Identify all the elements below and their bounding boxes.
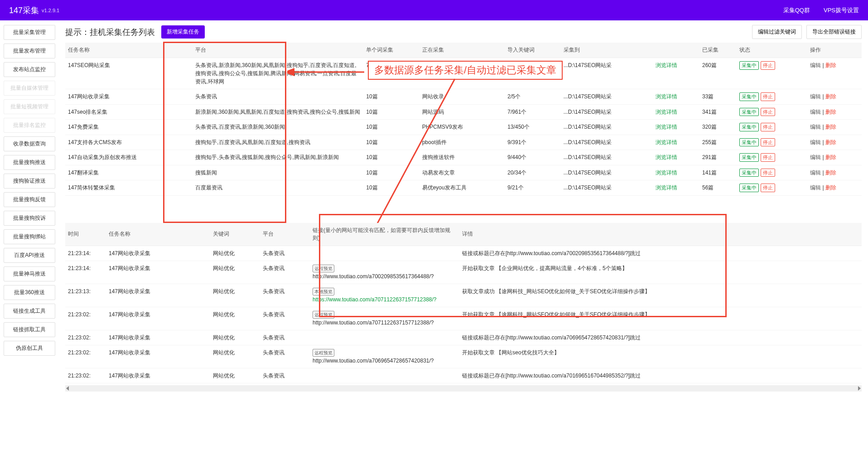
stop-button[interactable]: 停止: [761, 169, 775, 177]
sidebar-item-0[interactable]: 批量采集管理: [4, 25, 55, 40]
log-url[interactable]: http://www.toutiao.com/a7069654728657420…: [313, 358, 434, 364]
view-detail-link[interactable]: 浏览详情: [656, 169, 677, 176]
stop-button[interactable]: 停止: [761, 61, 775, 70]
task-cell: 9/21个: [505, 180, 560, 196]
log-row: 21:23:02:147网站收录采集网站优化头条资讯链接或标题已存在[http:…: [65, 330, 862, 345]
task-cell: 147自动采集为原创发布推送: [65, 150, 193, 165]
task-row: 147简体转繁体采集百度最资讯10篇易优eyou发布工具9/21个...D:\1…: [65, 180, 862, 196]
sidebar-item-15[interactable]: 链接生成工具: [4, 304, 55, 319]
task-cell: ...D:\147SEO网站采: [561, 180, 653, 196]
local-preview-badge[interactable]: 本地预览: [313, 288, 334, 295]
sidebar-item-10[interactable]: 批量搜狗投诉: [4, 211, 55, 226]
sidebar-item-8[interactable]: 搜狗验证推送: [4, 174, 55, 189]
log-cell: 21:23:02:: [65, 345, 106, 368]
view-detail-link[interactable]: 浏览详情: [656, 109, 677, 115]
sidebar-item-14[interactable]: 批量360推送: [4, 285, 55, 300]
sidebar-item-12[interactable]: 百度API推送: [4, 248, 55, 263]
view-detail-link[interactable]: 浏览详情: [656, 139, 677, 145]
view-detail-link[interactable]: 浏览详情: [656, 154, 677, 160]
sidebar-item-9[interactable]: 批量搜狗反馈: [4, 192, 55, 207]
sidebar-item-5: 批量排名监控: [4, 118, 55, 133]
task-cell: 网站优化: [420, 58, 505, 89]
delete-link[interactable]: 删除: [825, 154, 836, 160]
add-task-button[interactable]: 新增采集任务: [161, 25, 205, 39]
log-url[interactable]: http://www.toutiao.com/a7002098535617364…: [313, 273, 434, 280]
delete-link[interactable]: 删除: [825, 169, 836, 176]
stop-button[interactable]: 停止: [761, 108, 775, 116]
horizontal-scrollbar[interactable]: [65, 385, 862, 392]
sidebar-item-11[interactable]: 批量搜狗绑站: [4, 229, 55, 244]
view-detail-link[interactable]: 浏览详情: [656, 124, 677, 130]
edit-link[interactable]: 编辑: [810, 154, 821, 160]
sidebar-item-2[interactable]: 发布站点监控: [4, 62, 55, 77]
remote-preview-badge[interactable]: 远程预览: [313, 265, 334, 272]
task-cell: 搜狐新闻: [193, 165, 363, 180]
log-cell: 147网站收录采集: [106, 261, 210, 284]
task-cell: 320篇: [699, 120, 737, 135]
logs-col-4: 链接(量小的网站可能没有匹配，如需要可群内反馈增加规则): [310, 223, 459, 246]
task-cell: 网站收录: [420, 89, 505, 105]
sidebar-item-1[interactable]: 批量发布管理: [4, 44, 55, 58]
sidebar-item-17[interactable]: 伪原创工具: [4, 341, 55, 356]
edit-link[interactable]: 编辑: [810, 109, 821, 115]
stop-button[interactable]: 停止: [761, 138, 775, 147]
edit-filter-button[interactable]: 编辑过滤关键词: [752, 25, 802, 39]
sidebar-item-4: 批量短视频管理: [4, 99, 55, 114]
header-link-qq[interactable]: 采集QQ群: [783, 6, 810, 15]
task-row: 147自动采集为原创发布推送搜狗知乎,头条资讯,搜狐新闻,搜狗公众号,腾讯新闻,…: [65, 150, 862, 165]
task-cell: ...D:\147SEO网站采: [561, 104, 653, 120]
edit-link[interactable]: 编辑: [810, 169, 821, 176]
task-cell: 搜狗知乎,头条资讯,搜狐新闻,搜狗公众号,腾讯新闻,新浪新闻: [193, 150, 363, 165]
log-link-cell: 远程预览http://www.toutiao.com/a707112263715…: [310, 307, 459, 330]
tasks-col-4: 导入关键词: [505, 43, 560, 58]
stop-button[interactable]: 停止: [761, 153, 775, 162]
sidebar: 批量采集管理批量发布管理发布站点监控批量自媒体管理批量短视频管理批量排名监控收录…: [0, 20, 59, 396]
remote-preview-badge[interactable]: 远程预览: [313, 311, 334, 319]
logs-col-3: 平台: [260, 223, 310, 246]
view-detail-link[interactable]: 浏览详情: [656, 93, 677, 100]
edit-link[interactable]: 编辑: [810, 93, 821, 100]
task-row: 147SEO网站采集头条资讯,新浪新闻,360新闻,凤凰新闻,搜狗知乎,百度资讯…: [65, 58, 862, 89]
task-row: 147翻译采集搜狐新闻10篇动易发布文章20/34个...D:\147SEO网站…: [65, 165, 862, 180]
header-link-vps[interactable]: VPS拨号设置: [824, 6, 859, 15]
view-detail-link[interactable]: 浏览详情: [656, 62, 677, 68]
log-link-cell: [310, 246, 459, 261]
task-cell: 新浪新闻,360新闻,凤凰新闻,百度知道,搜狗资讯,搜狗公众号,搜狐新闻: [193, 104, 363, 120]
task-cell: ...D:\147SEO网站采: [561, 89, 653, 105]
task-cell: 10篇: [363, 150, 419, 165]
sidebar-item-16[interactable]: 链接抓取工具: [4, 322, 55, 337]
logs-table: 时间任务名称关键词平台链接(量小的网站可能没有匹配，如需要可群内反馈增加规则)详…: [65, 223, 862, 383]
delete-link[interactable]: 删除: [825, 109, 836, 115]
log-cell: 头条资讯: [260, 345, 310, 368]
stop-button[interactable]: 停止: [761, 123, 775, 131]
delete-link[interactable]: 删除: [825, 93, 836, 100]
delete-link[interactable]: 删除: [825, 62, 836, 68]
stop-button[interactable]: 停止: [761, 184, 775, 192]
edit-link[interactable]: 编辑: [810, 62, 821, 68]
log-url[interactable]: http://www.toutiao.com/a7071122637157712…: [313, 319, 434, 326]
task-cell: 百度最资讯: [193, 180, 363, 196]
delete-link[interactable]: 删除: [825, 139, 836, 145]
remote-preview-badge[interactable]: 远程预览: [313, 349, 334, 357]
task-cell: ...D:\147SEO网站采: [561, 165, 653, 180]
delete-link[interactable]: 删除: [825, 124, 836, 130]
edit-link[interactable]: 编辑: [810, 139, 821, 145]
log-cell: 147网站收录采集: [106, 307, 210, 330]
log-cell: 21:23:13:: [65, 284, 106, 307]
sidebar-item-13[interactable]: 批量神马推送: [4, 266, 55, 281]
sidebar-item-6[interactable]: 收录数据查询: [4, 136, 55, 151]
log-url[interactable]: https://www.toutiao.com/a707112263715771…: [313, 296, 437, 303]
sidebar-item-7[interactable]: 批量搜狗推送: [4, 155, 55, 170]
edit-link[interactable]: 编辑: [810, 124, 821, 130]
log-link-cell: 远程预览http://www.toutiao.com/a706965472865…: [310, 345, 459, 368]
stop-button[interactable]: 停止: [761, 92, 775, 101]
delete-link[interactable]: 删除: [825, 184, 836, 191]
export-errors-button[interactable]: 导出全部错误链接: [806, 25, 862, 39]
log-cell: 网站优化: [210, 246, 260, 261]
task-cell: 7篇: [363, 58, 419, 89]
task-cell: 291篇: [699, 150, 737, 165]
tasks-col-5: 采集到: [561, 43, 653, 58]
tasks-col-2: 单个词采集: [363, 43, 419, 58]
view-detail-link[interactable]: 浏览详情: [656, 184, 677, 191]
edit-link[interactable]: 编辑: [810, 184, 821, 191]
